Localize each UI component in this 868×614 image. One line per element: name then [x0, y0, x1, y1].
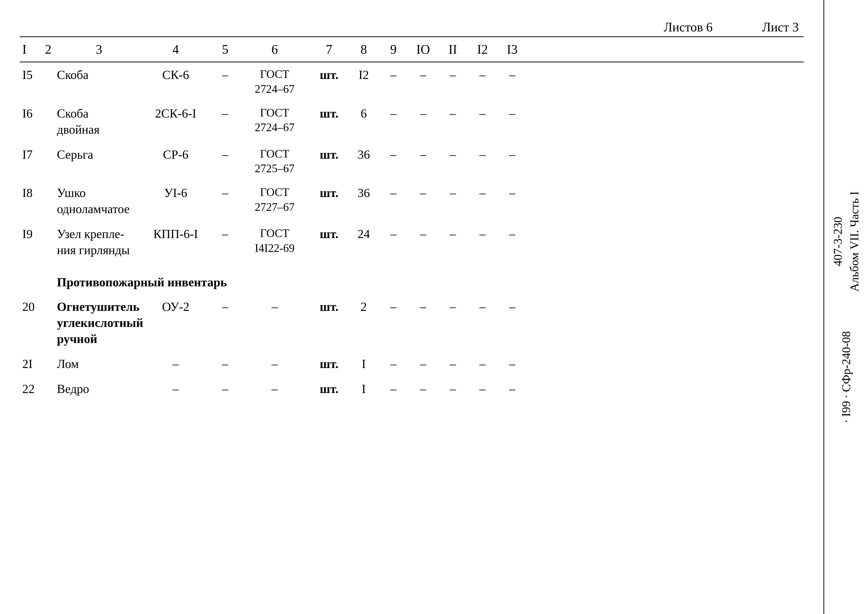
row-col5: –: [210, 299, 240, 315]
row-mark: СР-6: [141, 147, 210, 163]
row-col5: –: [210, 147, 240, 163]
row-col10: –: [408, 147, 438, 163]
row-name: Огнетушительуглекислотныйручной: [57, 299, 141, 347]
row-name: Узел крепле-ния гирлянды: [57, 226, 141, 258]
row-qty: 36: [349, 185, 378, 201]
row-id: 2I: [20, 356, 40, 372]
row-gost: –: [240, 381, 309, 397]
row-col11: –: [438, 67, 468, 83]
row-col9: –: [378, 356, 408, 372]
table-row: I8 Ушкоодноламчатое УI-6 – ГОСТ2727–67 ш…: [20, 180, 804, 222]
col-header-8: 8: [349, 42, 378, 57]
header-row: Листов 6 Лист 3: [20, 20, 853, 34]
row-gost: ГОСТ2724–67: [240, 105, 309, 135]
row-qty: 24: [349, 226, 378, 242]
row-id: I7: [20, 147, 40, 163]
table-row: I9 Узел крепле-ния гирлянды КПП-6-I – ГО…: [20, 222, 804, 263]
row-mark: –: [141, 356, 210, 372]
row-col9: –: [378, 185, 408, 201]
row-col13: –: [498, 67, 527, 83]
col-header-12: I2: [468, 42, 498, 57]
row-col13: –: [498, 381, 527, 397]
list-label: Лист 3: [762, 20, 799, 34]
row-col5: –: [210, 356, 240, 372]
row-id: I6: [20, 105, 40, 121]
section-header: Противопожарный инвентарь: [20, 263, 804, 294]
row-col11: –: [438, 185, 468, 201]
row-unit: шт.: [309, 226, 349, 242]
row-col5: –: [210, 185, 240, 201]
col-header-7: 7: [309, 42, 349, 57]
row-col12: –: [468, 185, 498, 201]
row-id: I5: [20, 67, 40, 83]
row-col5: –: [210, 67, 240, 83]
row-id: 20: [20, 299, 40, 315]
row-col12: –: [468, 147, 498, 163]
row-col10: –: [408, 185, 438, 201]
row-mark: 2СК-6-I: [141, 105, 210, 121]
row-gost: –: [240, 299, 309, 315]
row-mark: УI-6: [141, 185, 210, 201]
row-col9: –: [378, 226, 408, 242]
sidebar-top-text: 407-3-230Альбом VII. Часть I: [829, 191, 863, 292]
row-id: I9: [20, 226, 40, 242]
row-col10: –: [408, 356, 438, 372]
row-gost: ГОСТ2724–67: [240, 67, 309, 96]
row-col11: –: [438, 147, 468, 163]
row-unit: шт.: [309, 299, 349, 315]
row-qty: 36: [349, 147, 378, 163]
table-row: 22 Ведро – – – шт. I – – – – –: [20, 377, 804, 402]
main-table: I 2 3 4 5 6 7 8 9 IO II I2 I3 I5 Скоба С…: [20, 37, 804, 402]
row-col12: –: [468, 381, 498, 397]
table-row: I6 Скобадвойная 2СК-6-I – ГОСТ2724–67 шт…: [20, 101, 804, 142]
row-col13: –: [498, 226, 527, 242]
row-unit: шт.: [309, 105, 349, 121]
row-gost: ГОСТI4I22-69: [240, 226, 309, 256]
table-row: 20 Огнетушительуглекислотныйручной ОУ-2 …: [20, 294, 804, 351]
row-col13: –: [498, 105, 527, 121]
table-row: I7 Серьга СР-6 – ГОСТ2725–67 шт. 36 – – …: [20, 142, 804, 181]
row-col11: –: [438, 381, 468, 397]
row-qty: I2: [349, 67, 378, 83]
row-col13: –: [498, 356, 527, 372]
row-col12: –: [468, 226, 498, 242]
row-mark: КПП-6-I: [141, 226, 210, 242]
row-mark: –: [141, 381, 210, 397]
col-header-4: 4: [141, 42, 210, 57]
row-col12: –: [468, 105, 498, 121]
col-header-10: IO: [408, 42, 438, 57]
row-col13: –: [498, 299, 527, 315]
row-qty: I: [349, 356, 378, 372]
row-unit: шт.: [309, 381, 349, 397]
section-title: Противопожарный инвентарь: [57, 270, 378, 292]
row-name: Серьга: [57, 147, 141, 163]
col-header-1: I: [20, 42, 40, 57]
row-col13: –: [498, 185, 527, 201]
row-col13: –: [498, 147, 527, 163]
col-header-3: 3: [57, 42, 141, 57]
col-header-11: II: [438, 42, 468, 57]
row-unit: шт.: [309, 356, 349, 372]
row-col11: –: [438, 226, 468, 242]
row-col5: –: [210, 105, 240, 121]
page: Листов 6 Лист 3 I 2 3 4 5 6 7 8 9 IO II …: [0, 0, 868, 614]
col-header-13: I3: [498, 42, 527, 57]
row-gost: ГОСТ2727–67: [240, 185, 309, 215]
row-unit: шт.: [309, 147, 349, 163]
row-col9: –: [378, 299, 408, 315]
row-col10: –: [408, 226, 438, 242]
row-col12: –: [468, 356, 498, 372]
row-id: I8: [20, 185, 40, 201]
col-header-9: 9: [378, 42, 408, 57]
row-mark: СК-6: [141, 67, 210, 83]
row-mark: ОУ-2: [141, 299, 210, 315]
row-col11: –: [438, 356, 468, 372]
row-name: Скобадвойная: [57, 105, 141, 138]
row-name: Ушкоодноламчатое: [57, 185, 141, 217]
row-col12: –: [468, 299, 498, 315]
row-col9: –: [378, 147, 408, 163]
row-unit: шт.: [309, 67, 349, 83]
col-header-5: 5: [210, 42, 240, 57]
row-col10: –: [408, 105, 438, 121]
row-col10: –: [408, 381, 438, 397]
